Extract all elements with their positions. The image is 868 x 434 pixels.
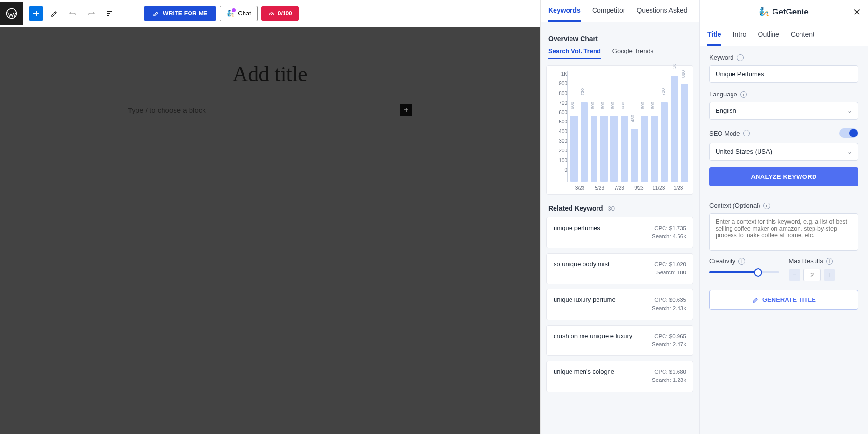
- overview-chart: 1K9008007006005004003002001000 600720600…: [546, 65, 693, 195]
- keyword-panel: Keywords Competitor Questions Asked Over…: [541, 0, 700, 434]
- kw-text: unique perfumes: [554, 224, 600, 241]
- getgenie-logo: 🧞 GetGenie: [759, 7, 809, 17]
- stepper-minus[interactable]: −: [789, 269, 800, 281]
- info-icon[interactable]: i: [763, 203, 770, 209]
- kw-meta: CPC: $1.020Search: 180: [654, 260, 686, 277]
- country-select[interactable]: United States (USA) ⌄: [709, 143, 858, 161]
- outline-icon[interactable]: [102, 6, 117, 21]
- subtab-google-trends[interactable]: Google Trends: [612, 47, 653, 59]
- creativity-slider[interactable]: [709, 271, 779, 273]
- info-icon[interactable]: i: [738, 258, 745, 265]
- generate-panel: 🧞 GetGenie ✕ Title Intro Outline Content…: [700, 0, 868, 434]
- related-keyword-card[interactable]: unique luxury perfumeCPC: $0.635Search: …: [546, 289, 693, 320]
- modal-overlay: [0, 27, 540, 434]
- max-results-label: Max Resultsi: [789, 258, 859, 265]
- panel-header: 🧞 GetGenie ✕: [700, 0, 868, 24]
- info-icon[interactable]: i: [737, 54, 744, 61]
- analyze-keyword-button[interactable]: ANALYZE KEYWORD: [709, 167, 858, 186]
- keyword-input[interactable]: [709, 65, 858, 83]
- kw-meta: CPC: $0.965Search: 2.47k: [652, 332, 686, 349]
- editor-area: WRITE FOR ME 🧞 Chat 0/100 Add title Type…: [0, 0, 540, 434]
- seo-mode-toggle[interactable]: [839, 128, 858, 138]
- seo-score-button[interactable]: 0/100: [261, 6, 299, 21]
- related-title: Related Keyword: [548, 204, 603, 212]
- chart-subtabs: Search Vol. Trend Google Trends: [541, 47, 699, 59]
- related-keyword-card[interactable]: so unique body mistCPC: $1.020Search: 18…: [546, 253, 693, 285]
- stepper-plus[interactable]: +: [824, 269, 835, 281]
- chart-y-axis: 1K9008007006005004003002001000: [552, 71, 567, 182]
- chevron-down-icon: ⌄: [847, 108, 852, 114]
- context-textarea[interactable]: [709, 213, 858, 251]
- add-block-toolbar-button[interactable]: [29, 6, 43, 21]
- chart-x-axis: 3/235/237/239/2311/231/23: [552, 182, 688, 190]
- overview-chart-title: Overview Chart: [541, 27, 699, 47]
- creativity-label: Creativityi: [709, 258, 779, 265]
- genie-chat-icon: 🧞: [226, 9, 235, 18]
- write-for-me-button[interactable]: WRITE FOR ME: [144, 6, 216, 21]
- info-icon[interactable]: i: [740, 91, 747, 98]
- tab-competitor[interactable]: Competitor: [592, 0, 625, 22]
- kw-meta: CPC: $1.680Search: 1.23k: [652, 368, 686, 385]
- chart-bars: 6007206006006006004806006007201K880: [567, 71, 688, 182]
- editor-toolbar: WRITE FOR ME 🧞 Chat 0/100: [0, 0, 540, 27]
- related-count: 30: [608, 205, 615, 212]
- tab-outline[interactable]: Outline: [758, 24, 779, 46]
- keyword-label: Keywordi: [700, 46, 868, 65]
- related-keyword-list: unique perfumesCPC: $1.735Search: 4.66ks…: [541, 217, 699, 397]
- seo-mode-label: SEO Modei: [709, 130, 750, 137]
- language-label: Languagei: [700, 83, 868, 102]
- generate-tabs: Title Intro Outline Content: [700, 24, 868, 46]
- kw-text: unique luxury perfume: [554, 296, 616, 313]
- tab-title[interactable]: Title: [707, 24, 721, 46]
- kw-text: unique men's cologne: [554, 368, 614, 385]
- context-label: Context (Optional)i: [700, 202, 868, 213]
- chevron-down-icon: ⌄: [847, 149, 852, 155]
- subtab-search-vol[interactable]: Search Vol. Trend: [548, 47, 601, 59]
- related-keyword-card[interactable]: unique men's cologneCPC: $1.680Search: 1…: [546, 361, 693, 392]
- genie-panels: Keywords Competitor Questions Asked Over…: [540, 0, 868, 434]
- tab-keywords[interactable]: Keywords: [548, 0, 581, 22]
- kw-meta: CPC: $1.735Search: 4.66k: [652, 224, 686, 241]
- close-icon[interactable]: ✕: [852, 7, 862, 17]
- kw-meta: CPC: $0.635Search: 2.43k: [652, 296, 686, 313]
- seo-score-label: 0/100: [278, 10, 292, 17]
- tab-questions[interactable]: Questions Asked: [637, 0, 687, 22]
- related-keyword-header: Related Keyword 30: [541, 195, 699, 217]
- chat-label: Chat: [238, 10, 251, 17]
- related-keyword-card[interactable]: unique perfumesCPC: $1.735Search: 4.66k: [546, 217, 693, 248]
- max-results-input[interactable]: [803, 269, 821, 281]
- redo-icon[interactable]: [84, 6, 98, 21]
- wordpress-logo-icon[interactable]: [0, 2, 23, 25]
- info-icon[interactable]: i: [826, 258, 833, 265]
- chat-button[interactable]: 🧞 Chat: [220, 6, 257, 21]
- info-icon[interactable]: i: [743, 130, 750, 136]
- tab-intro[interactable]: Intro: [733, 24, 746, 46]
- keyword-tabs: Keywords Competitor Questions Asked: [541, 0, 699, 22]
- related-keyword-card[interactable]: crush on me unique e luxuryCPC: $0.965Se…: [546, 325, 693, 356]
- generate-title-button[interactable]: GENERATE TITLE: [709, 290, 858, 310]
- genie-icon: 🧞: [759, 7, 769, 17]
- tab-content[interactable]: Content: [791, 24, 814, 46]
- max-results-stepper: − +: [789, 269, 859, 281]
- undo-icon[interactable]: [66, 6, 80, 21]
- language-select[interactable]: English ⌄: [709, 102, 858, 120]
- kw-text: so unique body mist: [554, 260, 610, 277]
- kw-text: crush on me unique e luxury: [554, 332, 632, 349]
- edit-icon[interactable]: [47, 6, 62, 21]
- editor-canvas: Add title Type / to choose a block: [0, 27, 540, 434]
- write-for-me-label: WRITE FOR ME: [163, 10, 207, 17]
